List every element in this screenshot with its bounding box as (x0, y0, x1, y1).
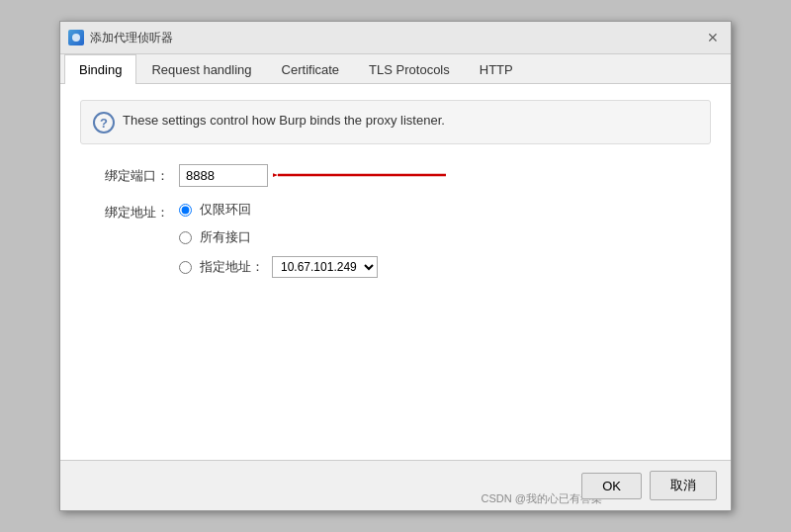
radio-all-row: 所有接口 (179, 228, 378, 246)
title-bar: 添加代理侦听器 ✕ (60, 22, 731, 54)
bottom-bar: CSDN @我的心已有答案 OK 取消 (60, 460, 731, 510)
radio-loopback-label: 仅限环回 (200, 201, 251, 219)
info-box: ? These settings control how Burp binds … (80, 100, 711, 144)
tab-tls-protocols[interactable]: TLS Protocols (354, 54, 465, 84)
tab-request-handling[interactable]: Request handling (136, 54, 266, 84)
port-input-container (179, 164, 268, 187)
tab-binding[interactable]: Binding (64, 54, 136, 84)
arrow-left-annotation (273, 160, 451, 190)
tab-certificate[interactable]: Certificate (267, 54, 355, 84)
address-row: 绑定地址： 仅限环回 所有接口 指定地址： 10.67.101.24 (90, 201, 701, 278)
radio-group: 仅限环回 所有接口 指定地址： 10.67.101.249 (179, 201, 378, 278)
title-bar-left: 添加代理侦听器 (68, 30, 173, 46)
window-title: 添加代理侦听器 (90, 30, 173, 46)
app-icon (68, 30, 84, 45)
radio-loopback-row: 仅限环回 (179, 201, 378, 219)
cancel-button[interactable]: 取消 (650, 471, 717, 500)
content-area: ? These settings control how Burp binds … (60, 84, 731, 460)
address-dropdown[interactable]: 10.67.101.249 (272, 256, 378, 278)
port-label: 绑定端口： (90, 167, 169, 185)
info-icon: ? (93, 112, 115, 133)
radio-all-label: 所有接口 (200, 228, 251, 246)
tab-bar: Binding Request handling Certificate TLS… (60, 54, 731, 84)
radio-specific-label: 指定地址： (200, 258, 264, 276)
radio-all[interactable] (179, 231, 192, 244)
close-button[interactable]: ✕ (703, 28, 723, 47)
tab-http[interactable]: HTTP (465, 54, 528, 84)
radio-specific[interactable] (179, 261, 192, 274)
port-row: 绑定端口： (90, 164, 701, 187)
radio-loopback[interactable] (179, 204, 192, 217)
radio-specific-row: 指定地址： 10.67.101.249 (179, 256, 378, 278)
form-section: 绑定端口： 绑定地址： (80, 164, 711, 278)
port-input[interactable] (179, 164, 268, 187)
main-window: 添加代理侦听器 ✕ Binding Request handling Certi… (59, 21, 732, 511)
svg-point-0 (72, 34, 80, 42)
info-text: These settings control how Burp binds th… (123, 111, 445, 131)
address-label: 绑定地址： (90, 204, 169, 222)
ok-button[interactable]: OK (581, 473, 642, 499)
